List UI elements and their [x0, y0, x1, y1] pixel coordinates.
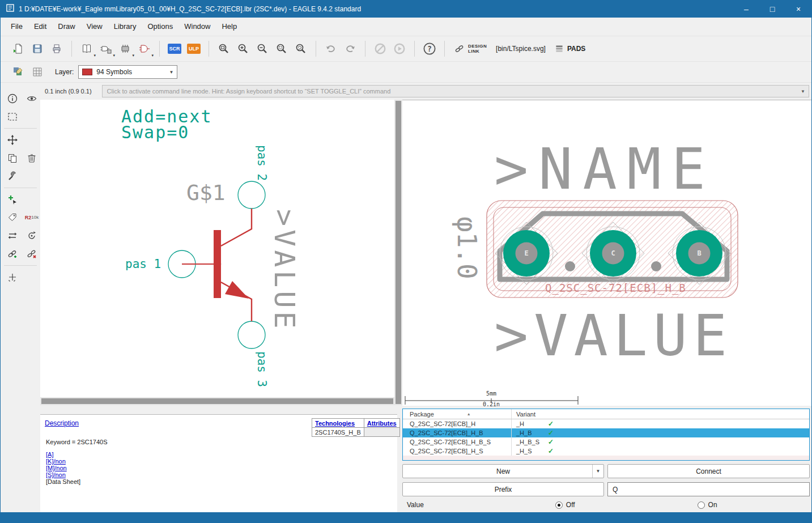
menu-edit[interactable]: Edit	[28, 18, 52, 36]
print-icon[interactable]	[48, 40, 65, 57]
pinswap-tool-icon[interactable]	[5, 229, 20, 243]
table-header-row[interactable]: Package ▲ Variant	[403, 409, 809, 419]
undo-icon[interactable]	[322, 40, 339, 57]
ulp-button[interactable]: ULP	[185, 40, 202, 57]
npn-transistor-symbol[interactable]	[182, 209, 252, 321]
change-tool-icon[interactable]	[5, 169, 20, 183]
zoom-fit-icon[interactable]	[215, 40, 232, 57]
minimize-icon[interactable]: –	[733, 1, 759, 18]
connect-tool-icon[interactable]	[5, 247, 20, 261]
show-tool-icon[interactable]	[24, 92, 39, 105]
technology-value-cell[interactable]: 2SC1740S_H_B	[312, 428, 364, 437]
menu-window[interactable]: Window	[178, 18, 216, 36]
package-variant-table: Package ▲ Variant Q_2SC_SC-72[ECB]_H _H …	[402, 409, 810, 461]
link-s-non[interactable]: [S]/non	[46, 471, 108, 478]
table-row-selected[interactable]: Q_2SC_SC-72[ECB]_H_B _H_B ✓	[403, 428, 809, 437]
chevron-down-icon[interactable]: ▼	[592, 465, 603, 478]
layer-select[interactable]: 94 Symbols ▼	[78, 65, 177, 79]
pin-2-label: pas 2	[255, 145, 269, 181]
design-link-button[interactable]: DESIGNLINK	[450, 44, 491, 54]
radio-off-icon[interactable]	[555, 501, 563, 509]
value-off-radio[interactable]: Off	[555, 501, 575, 509]
pin-2-circle[interactable]	[238, 181, 265, 209]
zoom-select-icon[interactable]	[273, 40, 290, 57]
save-icon[interactable]	[29, 40, 46, 57]
redo-icon[interactable]	[342, 40, 359, 57]
menu-file[interactable]: File	[5, 18, 28, 36]
delete-tool-icon[interactable]	[24, 151, 39, 165]
package-icon[interactable]: ▾	[117, 40, 134, 57]
pad-b[interactable]: B	[676, 230, 722, 277]
close-icon[interactable]: ×	[785, 1, 811, 18]
variant-column-header[interactable]: Variant	[512, 409, 543, 419]
mark-tool-icon[interactable]	[5, 270, 20, 284]
open-icon[interactable]	[10, 40, 27, 57]
new-button[interactable]: New ▼	[402, 464, 604, 478]
svg-text:E: E	[524, 249, 528, 257]
script-button[interactable]: SCR	[166, 40, 183, 57]
zoom-in-icon[interactable]	[235, 40, 252, 57]
technologies-header-link[interactable]: Technologies	[312, 419, 364, 428]
symbol-icon[interactable]: ▾	[136, 40, 153, 57]
vertical-scrollbar[interactable]	[394, 100, 402, 405]
move-tool-icon[interactable]	[5, 133, 20, 147]
grid-icon[interactable]	[29, 63, 46, 80]
pad-c[interactable]: C	[590, 230, 636, 277]
attributes-empty-cell	[364, 428, 399, 437]
library-icon[interactable]: ▾	[78, 40, 95, 57]
pad-e[interactable]: E	[503, 230, 550, 277]
package-name-text[interactable]: >NAME	[494, 136, 716, 202]
connect-button[interactable]: Connect	[607, 464, 810, 478]
pin-3-circle[interactable]	[238, 321, 265, 348]
group-tool-icon[interactable]	[5, 110, 20, 124]
help-icon[interactable]: ?	[421, 40, 438, 57]
layer-toolbar: Layer: 94 Symbols ▼	[1, 62, 811, 83]
link-k-non[interactable]: [K]/non	[46, 458, 108, 465]
command-history-caret-icon[interactable]: ▼	[801, 89, 805, 94]
disconnect-tool-icon[interactable]	[24, 247, 39, 261]
drill-annotation-text: φ1.0	[452, 216, 482, 279]
prefix-button[interactable]: Prefix	[402, 482, 604, 496]
package-preview-canvas[interactable]: >NAME >VALUE φ1.0	[402, 100, 812, 406]
package-footprint[interactable]: E C B Q_2SC_SC-72[ECB]_H_B	[487, 201, 738, 297]
menu-help[interactable]: Help	[216, 18, 243, 36]
maximize-icon[interactable]: □	[759, 1, 785, 18]
gate-name-text[interactable]: G$1	[186, 180, 226, 205]
pads-button[interactable]: PADS	[550, 44, 590, 53]
add-tool-icon[interactable]	[5, 193, 20, 206]
menu-options[interactable]: Options	[142, 18, 178, 36]
menu-library[interactable]: Library	[108, 18, 142, 36]
horizontal-scrollbar[interactable]	[40, 397, 394, 405]
attributes-header-link[interactable]: Attributes	[364, 419, 399, 428]
horizontal-scrollbar-thumb[interactable]	[41, 398, 393, 404]
pads-icon	[555, 44, 564, 53]
prefix-input[interactable]	[607, 482, 810, 496]
name-tool-icon[interactable]: R2 10k	[24, 211, 39, 224]
value-on-radio[interactable]: On	[698, 501, 717, 509]
menu-draw[interactable]: Draw	[52, 18, 80, 36]
menu-view[interactable]: View	[81, 18, 108, 36]
vertical-scrollbar-thumb[interactable]	[396, 101, 401, 404]
info-tool-icon[interactable]	[5, 92, 20, 105]
zoom-out-icon[interactable]	[254, 40, 271, 57]
link-a[interactable]: [A]	[46, 451, 108, 458]
gateswap-tool-icon[interactable]	[24, 229, 39, 243]
package-value-text[interactable]: >VALUE	[494, 303, 733, 369]
copy-tool-icon[interactable]	[5, 151, 20, 165]
table-row[interactable]: Q_2SC_SC-72[ECB]_H_B_S _H_B_S ✓	[403, 437, 809, 447]
label-tool-icon[interactable]	[5, 211, 20, 224]
description-link[interactable]: Description	[45, 419, 79, 427]
radio-on-icon[interactable]	[698, 501, 705, 509]
change-layer-icon[interactable]	[10, 63, 27, 80]
ltspice-export-button[interactable]: [bin/LTspice.svg]	[491, 45, 550, 53]
table-row[interactable]: Q_2SC_SC-72[ECB]_H_S _H_S ✓	[403, 447, 809, 456]
device-icon[interactable]: ▾	[97, 40, 114, 57]
table-row[interactable]: Q_2SC_SC-72[ECB]_H _H ✓	[403, 419, 809, 428]
symbol-value-text[interactable]: >VALUE	[268, 209, 301, 332]
zoom-redraw-icon[interactable]	[292, 40, 309, 57]
layer-color-swatch	[82, 69, 92, 75]
link-m-non[interactable]: [M]/non	[46, 465, 108, 471]
command-line-input[interactable]	[102, 85, 809, 97]
package-column-header[interactable]: Package ▲	[403, 409, 512, 419]
symbol-editor-canvas[interactable]: Add=next Swap=0 G$1 pas 2 pas 1 pas 3	[40, 100, 394, 397]
